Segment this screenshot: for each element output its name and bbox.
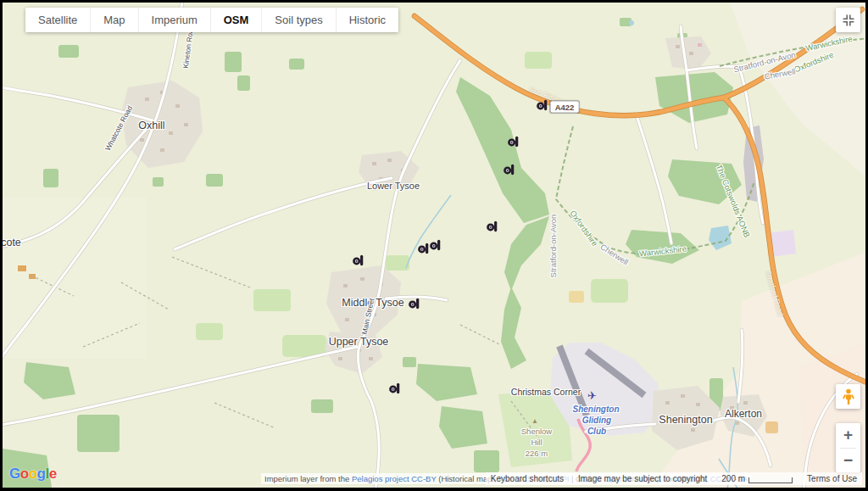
pegman-street-view-icon xyxy=(841,388,856,405)
map-label-village: Lower Tysoe xyxy=(367,181,420,191)
map-label-town: cote xyxy=(3,237,21,248)
google-logo-letter: o xyxy=(20,466,29,482)
footer-right: Keyboard shortcuts Image may be subject … xyxy=(486,472,862,485)
tab-imperium[interactable]: Imperium xyxy=(138,8,210,32)
layer-tab-bar: SatelliteMapImperiumOSMSoil typesHistori… xyxy=(25,8,398,32)
attribution-text: Imperium layer from the xyxy=(264,474,352,483)
map-label-aero: Shenington xyxy=(573,405,620,414)
google-logo[interactable]: Google xyxy=(9,466,57,483)
site-marker-icon[interactable] xyxy=(389,382,402,396)
map-label-peak: 226 m xyxy=(526,449,548,458)
pegman-button[interactable] xyxy=(836,384,860,409)
map-label-town: Oxhill xyxy=(138,120,164,131)
tab-historic[interactable]: Historic xyxy=(336,8,398,32)
road-shield-a422: A422 xyxy=(550,101,580,114)
map-label-peak: Shenlow xyxy=(521,427,552,436)
site-marker-icon[interactable] xyxy=(409,297,421,311)
map-label-town: Shenington xyxy=(659,414,712,426)
google-logo-letter: G xyxy=(9,466,20,482)
copyright-notice: Image may be subject to copyright xyxy=(578,474,707,483)
airplane-icon: ✈ xyxy=(587,389,597,402)
map-label-hamlet: Christmas Corner xyxy=(511,387,581,397)
map-label-town: Upper Tysoe xyxy=(329,336,389,348)
google-logo-letter: g xyxy=(37,466,46,482)
site-marker-icon[interactable] xyxy=(430,238,442,253)
map-label-town2: Alkerton xyxy=(725,408,762,420)
site-marker-icon[interactable] xyxy=(353,254,365,268)
site-marker-icon[interactable] xyxy=(537,98,549,113)
keyboard-shortcuts-link[interactable]: Keyboard shortcuts xyxy=(491,474,564,483)
tab-osm[interactable]: OSM xyxy=(210,8,262,32)
map-label-aero: Club xyxy=(587,427,606,436)
site-marker-icon[interactable] xyxy=(487,220,499,234)
zoom-controls: + − xyxy=(836,423,860,472)
tab-soil-types[interactable]: Soil types xyxy=(261,8,335,32)
zoom-in-button[interactable]: + xyxy=(836,423,860,448)
zoom-out-button[interactable]: − xyxy=(836,449,860,473)
terms-of-use-link[interactable]: Terms of Use xyxy=(807,474,857,483)
peak-icon: ▲ xyxy=(531,417,538,425)
app-window: ✈ ▲ OxhillLower TysoeMiddle TysoeUpper T… xyxy=(0,0,868,491)
map-label-aero: Gliding xyxy=(582,416,611,425)
scale-bar xyxy=(748,477,793,483)
map-canvas[interactable]: ✈ ▲ OxhillLower TysoeMiddle TysoeUpper T… xyxy=(3,3,865,488)
map-label-peak: Hill xyxy=(531,438,542,447)
scale-control: 200 m xyxy=(721,474,793,483)
site-marker-icon[interactable] xyxy=(508,135,520,149)
tab-map[interactable]: Map xyxy=(90,8,137,32)
site-marker-icon[interactable] xyxy=(418,242,431,256)
google-logo-letter: e xyxy=(49,466,57,482)
attribution-link[interactable]: Pelagios project CC-BY xyxy=(352,474,437,483)
fullscreen-button[interactable] xyxy=(836,8,860,32)
google-logo-letter: o xyxy=(29,466,37,482)
tab-satellite[interactable]: Satellite xyxy=(25,8,90,32)
fullscreen-toggle-icon xyxy=(840,12,857,29)
scale-label: 200 m xyxy=(721,474,745,483)
map-label-gray: Stratford-on-Avon xyxy=(548,215,558,278)
site-marker-icon[interactable] xyxy=(504,163,516,177)
